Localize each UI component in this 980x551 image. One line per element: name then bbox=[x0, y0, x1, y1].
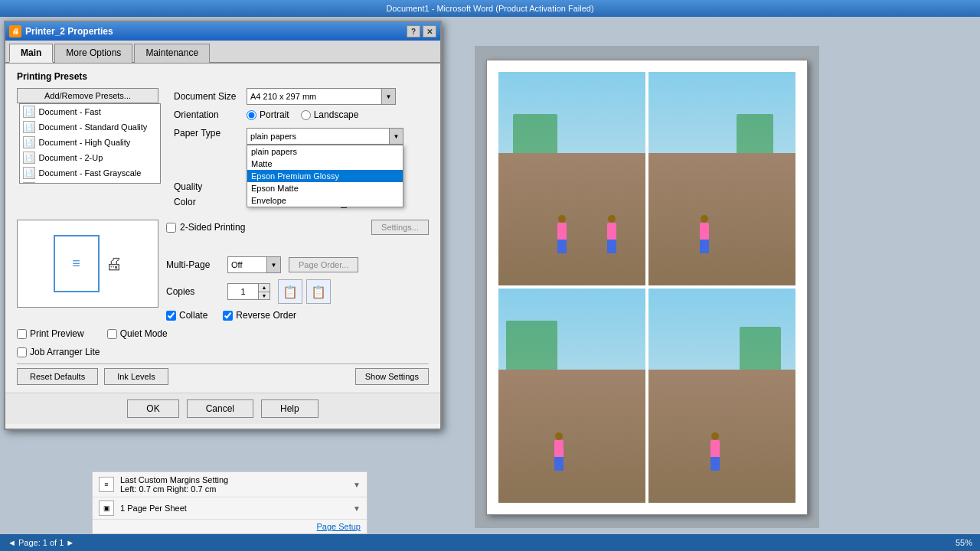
margin-icon: ≡ bbox=[99, 477, 114, 492]
option-epson-glossy[interactable]: Epson Premium Glossy bbox=[247, 170, 403, 182]
dialog-overlay: 🖨 Printer_2 Properties ? ✕ Main More Opt… bbox=[0, 17, 444, 430]
bottom-buttons: Reset Defaults Ink Levels Show Settings bbox=[17, 364, 429, 385]
portrait-radio-label[interactable]: Portrait bbox=[247, 109, 289, 120]
dialog-footer: OK Cancel Help bbox=[5, 393, 440, 424]
presets-area: Add/Remove Presets... 📄 Document - Fast … bbox=[17, 88, 429, 212]
photo-3 bbox=[498, 289, 645, 503]
quiet-mode-checkbox[interactable] bbox=[107, 329, 117, 339]
copy-icons: 📋 📋 bbox=[278, 279, 331, 304]
copy-icon-1: 📋 bbox=[278, 279, 302, 304]
document-size-label: Document Size bbox=[174, 91, 247, 102]
quality-label: Quality bbox=[174, 181, 247, 192]
page-sheet-icon: ▣ bbox=[99, 500, 114, 516]
reverse-order-label[interactable]: Reverse Order bbox=[223, 310, 296, 321]
paper-type-row: Paper Type plain papers ▼ plain papers M… bbox=[174, 126, 429, 145]
copies-input[interactable]: 1 bbox=[227, 283, 258, 300]
option-envelope[interactable]: Envelope bbox=[247, 194, 403, 207]
option-plain[interactable]: plain papers bbox=[247, 145, 403, 158]
dialog-tabs: Main More Options Maintenance bbox=[5, 41, 440, 64]
doc-paper bbox=[486, 60, 808, 515]
orientation-label: Orientation bbox=[174, 109, 247, 120]
page-sheet-arrow[interactable]: ▼ bbox=[353, 504, 361, 513]
paper-type-arrow[interactable]: ▼ bbox=[389, 129, 403, 144]
margin-value: Left: 0.7 cm Right: 0.7 cm bbox=[120, 484, 347, 494]
preset-item-gray[interactable]: 📄 Document - Grayscale bbox=[20, 181, 160, 184]
tab-maintenance[interactable]: Maintenance bbox=[134, 44, 210, 63]
portrait-radio[interactable] bbox=[247, 110, 256, 120]
paper-type-value: plain papers bbox=[247, 130, 389, 142]
document-size-row: Document Size A4 210 x 297 mm ▼ bbox=[174, 88, 429, 105]
multi-page-dropdown[interactable]: Off ▼ bbox=[227, 256, 281, 273]
document-preview bbox=[475, 46, 819, 528]
reset-defaults-button[interactable]: Reset Defaults bbox=[17, 368, 98, 385]
preset-icon-2up: 📄 bbox=[23, 152, 35, 164]
zoom-level: 55% bbox=[956, 538, 972, 547]
ink-levels-button[interactable]: Ink Levels bbox=[104, 368, 168, 385]
quiet-mode-label[interactable]: Quiet Mode bbox=[107, 328, 168, 339]
photo-1 bbox=[498, 72, 645, 286]
print-preview-label[interactable]: Print Preview bbox=[17, 328, 84, 339]
paper-type-area: plain papers ▼ plain papers Matte Epson … bbox=[247, 128, 403, 145]
preset-icon-fast-gray: 📄 bbox=[23, 167, 35, 179]
copies-row: Copies 1 ▲ ▼ 📋 📋 bbox=[166, 279, 429, 304]
margin-item: ≡ Last Custom Margins Setting Left: 0.7 … bbox=[93, 472, 367, 497]
margin-arrow[interactable]: ▼ bbox=[353, 481, 361, 489]
preset-item-high[interactable]: 📄 Document - High Quality bbox=[20, 135, 160, 150]
help-footer-button[interactable]: Help bbox=[261, 399, 318, 418]
preview-paper: ≡ bbox=[54, 235, 100, 292]
doc-lines-icon: ≡ bbox=[72, 256, 80, 272]
page-setup-link[interactable]: Page Setup bbox=[93, 520, 367, 533]
photo-2 bbox=[648, 72, 795, 286]
tab-main[interactable]: Main bbox=[9, 44, 53, 63]
dialog-title: Printer_2 Properties bbox=[25, 26, 113, 37]
job-arranger-label[interactable]: Job Arranger Lite bbox=[17, 347, 429, 357]
option-matte[interactable]: Matte bbox=[247, 158, 403, 170]
collate-label[interactable]: Collate bbox=[166, 310, 207, 321]
printer-preview-icon: 🖨 bbox=[106, 254, 122, 274]
print-preview-checkbox[interactable] bbox=[17, 329, 27, 339]
preset-item-2up[interactable]: 📄 Document - 2-Up bbox=[20, 150, 160, 165]
help-button[interactable]: ? bbox=[407, 25, 420, 37]
multi-page-value: Off bbox=[228, 259, 266, 271]
landscape-radio-label[interactable]: Landscape bbox=[301, 109, 359, 120]
preset-icon-high: 📄 bbox=[23, 136, 35, 148]
preset-item-fast-gray[interactable]: 📄 Document - Fast Grayscale bbox=[20, 165, 160, 181]
document-size-value: A4 210 x 297 mm bbox=[247, 90, 381, 103]
preset-item-standard[interactable]: 📄 Document - Standard Quality bbox=[20, 119, 160, 135]
copies-down-button[interactable]: ▼ bbox=[259, 292, 270, 300]
orientation-radios: Portrait Landscape bbox=[247, 109, 358, 120]
preset-item-fast[interactable]: 📄 Document - Fast bbox=[20, 104, 160, 119]
copies-up-button[interactable]: ▲ bbox=[259, 284, 270, 292]
two-sided-checkbox[interactable] bbox=[166, 223, 176, 233]
multi-page-label: Multi-Page bbox=[166, 259, 220, 270]
word-statusbar: ◄ Page: 1 of 1 ► 55% bbox=[0, 534, 980, 551]
settings-button[interactable]: Settings... bbox=[371, 220, 429, 235]
add-remove-presets-button[interactable]: Add/Remove Presets... bbox=[17, 88, 158, 103]
preset-icon-gray: 📄 bbox=[23, 182, 35, 184]
job-arranger-checkbox[interactable] bbox=[17, 347, 27, 357]
option-epson-matte[interactable]: Epson Matte bbox=[247, 182, 403, 194]
paper-type-label: Paper Type bbox=[174, 128, 247, 139]
paper-type-dropdown[interactable]: plain papers ▼ bbox=[247, 128, 403, 145]
collate-row: Collate Reverse Order bbox=[166, 310, 429, 321]
ok-button[interactable]: OK bbox=[127, 399, 178, 418]
dialog-titlebar: 🖨 Printer_2 Properties ? ✕ bbox=[5, 22, 440, 41]
show-settings-button[interactable]: Show Settings bbox=[355, 368, 429, 385]
document-size-arrow[interactable]: ▼ bbox=[381, 89, 395, 104]
content-right: Document Size A4 210 x 297 mm ▼ Orientat… bbox=[170, 88, 429, 212]
preview-area: ≡ 🖨 bbox=[17, 220, 158, 325]
page-per-sheet-label: 1 Page Per Sheet bbox=[120, 504, 347, 513]
photo-4 bbox=[648, 289, 795, 503]
page-per-sheet-item[interactable]: ▣ 1 Page Per Sheet ▼ bbox=[93, 497, 367, 520]
bottom-panel: ≡ Last Custom Margins Setting Left: 0.7 … bbox=[92, 471, 368, 534]
reverse-order-checkbox[interactable] bbox=[223, 311, 233, 321]
collate-checkbox[interactable] bbox=[166, 311, 176, 321]
close-button[interactable]: ✕ bbox=[423, 25, 436, 37]
multi-page-arrow[interactable]: ▼ bbox=[266, 257, 280, 272]
copies-label: Copies bbox=[166, 286, 220, 297]
page-order-button[interactable]: Page Order... bbox=[289, 257, 358, 272]
landscape-radio[interactable] bbox=[301, 110, 311, 120]
document-size-dropdown[interactable]: A4 210 x 297 mm ▼ bbox=[247, 88, 396, 105]
tab-more-options[interactable]: More Options bbox=[54, 44, 132, 63]
cancel-button[interactable]: Cancel bbox=[187, 399, 253, 418]
